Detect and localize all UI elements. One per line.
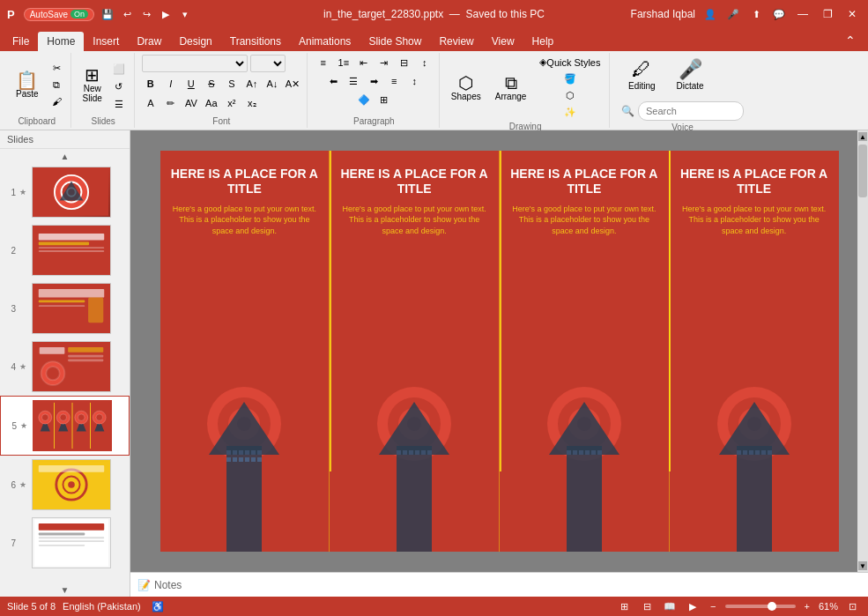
slide-col-2[interactable]: HERE IS A PLACE FOR A TITLE Here's a goo… <box>330 151 500 552</box>
normal-view-button[interactable]: ⊞ <box>615 598 633 614</box>
fit-slide-button[interactable]: ⊡ <box>843 598 861 614</box>
indent-increase-button[interactable]: ⇥ <box>375 55 393 71</box>
shape-outline-button[interactable]: ⬡ <box>536 88 604 103</box>
ribbon-collapse-button[interactable]: ⌃ <box>836 30 864 51</box>
new-slide-button[interactable]: ⊞ NewSlide <box>78 63 107 106</box>
vertical-scrollbar[interactable]: ▲ ▼ <box>857 130 868 572</box>
tab-review[interactable]: Review <box>430 32 482 51</box>
format-painter-button[interactable]: 🖌 <box>48 94 65 108</box>
tab-draw[interactable]: Draw <box>128 32 170 51</box>
redo-icon[interactable]: ↪ <box>138 6 154 22</box>
slide-item-4[interactable]: 4 ★ <box>0 338 130 396</box>
cut-button[interactable]: ✂ <box>48 61 65 76</box>
tab-design[interactable]: Design <box>170 32 220 51</box>
align-right-button[interactable]: ➡ <box>365 73 382 89</box>
reset-button[interactable]: ↺ <box>109 79 129 94</box>
tab-home[interactable]: Home <box>38 32 84 51</box>
save-icon[interactable]: 💾 <box>100 6 115 22</box>
add-column-button[interactable]: ⊞ <box>375 92 393 108</box>
font-color-button[interactable]: A <box>142 95 160 111</box>
highlight-button[interactable]: ✏ <box>162 95 180 111</box>
search-input[interactable] <box>638 101 744 121</box>
slide-col-1[interactable]: HERE IS A PLACE FOR A TITLE Here's a goo… <box>160 151 330 552</box>
shapes-button[interactable]: ⬡ Shapes <box>447 71 486 104</box>
slide-item-2[interactable]: 2 <box>0 221 130 279</box>
editing-button[interactable]: 🖊 Editing <box>621 55 663 94</box>
decrease-font-button[interactable]: A↓ <box>263 76 281 92</box>
present-icon[interactable]: ▶ <box>158 6 174 22</box>
minimize-button[interactable]: — <box>794 7 812 21</box>
section-button[interactable]: ☰ <box>109 97 129 112</box>
tab-animations[interactable]: Animations <box>290 32 360 51</box>
slide-item-6[interactable]: 6 ★ <box>0 456 130 514</box>
slide-item-5[interactable]: 5 ★ <box>0 396 130 456</box>
slides-scroll-up[interactable]: ▲ <box>0 149 130 163</box>
tab-view[interactable]: View <box>483 32 523 51</box>
justify-button[interactable]: ≡ <box>385 73 403 89</box>
canvas-scroll[interactable]: HERE IS A PLACE FOR A TITLE Here's a goo… <box>130 130 868 572</box>
slideshow-button[interactable]: ▶ <box>684 598 701 614</box>
filename: in_the_target_22830.pptx <box>323 8 443 20</box>
underline-button[interactable]: U <box>182 76 200 92</box>
tab-insert[interactable]: Insert <box>84 32 128 51</box>
subscript-button[interactable]: x₂ <box>243 95 261 111</box>
autosave-toggle[interactable]: AutoSave On <box>24 8 94 21</box>
undo-icon[interactable]: ↩ <box>119 6 135 22</box>
shape-effects-button[interactable]: ✨ <box>536 105 604 120</box>
slides-scroll-down[interactable]: ▼ <box>0 583 130 597</box>
dictate-button[interactable]: 🎤 Dictate <box>670 55 711 94</box>
slide-item-3[interactable]: 3 <box>0 279 130 338</box>
bullets-button[interactable]: ≡ <box>315 55 332 71</box>
slide-col-3[interactable]: HERE IS A PLACE FOR A TITLE Here's a goo… <box>500 151 670 552</box>
notes-area[interactable]: 📝 Notes <box>130 572 868 597</box>
slide-col-4[interactable]: HERE IS A PLACE FOR A TITLE Here's a goo… <box>670 151 839 552</box>
tab-transitions[interactable]: Transitions <box>221 32 290 51</box>
scroll-thumb-vertical[interactable] <box>858 145 867 197</box>
font-size-select[interactable] <box>250 55 286 72</box>
align-center-button[interactable]: ☰ <box>345 73 362 89</box>
strikethrough-button[interactable]: S <box>203 76 220 92</box>
customize-icon[interactable]: ▾ <box>177 6 193 22</box>
bold-button[interactable]: B <box>142 76 160 92</box>
indent-decrease-button[interactable]: ⇤ <box>355 55 373 71</box>
align-left-button[interactable]: ⬅ <box>324 73 342 89</box>
shape-fill-button[interactable]: 🪣 <box>536 71 604 86</box>
accessibility-button[interactable]: ♿ <box>148 598 167 614</box>
line-spacing-button[interactable]: ↕ <box>405 73 423 89</box>
shadow-button[interactable]: S <box>223 76 241 92</box>
quick-styles-button[interactable]: ◈ Quick Styles <box>536 55 604 70</box>
layout-button[interactable]: ⬜ <box>109 62 129 77</box>
copy-button[interactable]: ⧉ <box>48 78 65 93</box>
case-button[interactable]: Aa <box>203 95 220 111</box>
superscript-button[interactable]: x² <box>223 95 241 111</box>
slide-canvas[interactable]: HERE IS A PLACE FOR A TITLE Here's a goo… <box>160 151 839 552</box>
zoom-in-button[interactable]: + <box>801 598 813 614</box>
convert-to-smartart-button[interactable]: 🔷 <box>355 92 373 108</box>
slide-item-1[interactable]: 1 ★ <box>0 163 130 221</box>
italic-button[interactable]: I <box>162 76 180 92</box>
numbering-button[interactable]: 1≡ <box>335 55 352 71</box>
columns-button[interactable]: ⊟ <box>396 55 413 71</box>
slide-sorter-button[interactable]: ⊟ <box>638 598 656 614</box>
close-button[interactable]: ✕ <box>843 7 861 21</box>
scroll-down-arrow[interactable]: ▼ <box>858 561 867 570</box>
tab-file[interactable]: File <box>4 32 38 51</box>
zoom-slider[interactable] <box>725 605 796 608</box>
comment-icon[interactable]: 💬 <box>771 6 787 22</box>
tab-slideshow[interactable]: Slide Show <box>360 32 430 51</box>
slide-item-7[interactable]: 7 <box>0 514 130 572</box>
tab-help[interactable]: Help <box>523 32 563 51</box>
reading-view-button[interactable]: 📖 <box>661 598 679 614</box>
restore-button[interactable]: ❐ <box>819 7 836 21</box>
font-spacing-button[interactable]: AV <box>182 95 200 111</box>
font-name-select[interactable] <box>142 55 248 72</box>
paste-button[interactable]: 📋 Paste <box>9 68 46 102</box>
microphone-icon[interactable]: 🎤 <box>725 6 741 22</box>
scroll-up-arrow[interactable]: ▲ <box>858 132 867 141</box>
clear-format-button[interactable]: A✕ <box>284 76 301 92</box>
increase-font-button[interactable]: A↑ <box>243 76 261 92</box>
direction-button[interactable]: ↕ <box>416 55 434 71</box>
share-icon[interactable]: ⬆ <box>748 6 764 22</box>
zoom-out-button[interactable]: − <box>707 598 719 614</box>
arrange-button[interactable]: ⧉ Arrange <box>491 71 531 104</box>
